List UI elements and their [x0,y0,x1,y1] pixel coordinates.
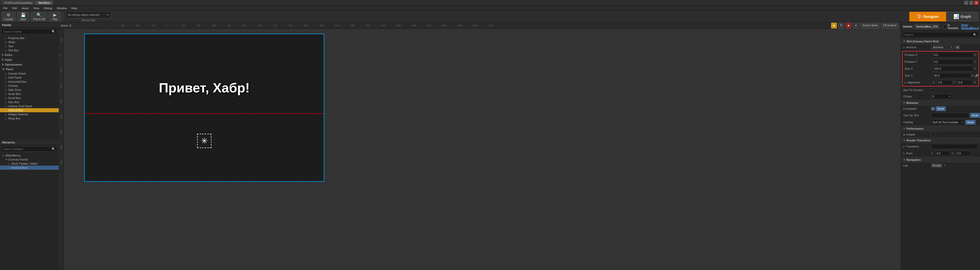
close-button[interactable]: ✕ [974,1,978,5]
size-to-content-checkbox[interactable] [931,88,935,92]
section-behavior[interactable]: ▼ Behavior [901,100,980,106]
fill-screen-dropdown[interactable]: Fill Screen▾ [881,22,899,29]
reset-icon[interactable]: ↺ [974,81,976,84]
palette-item-canvas-panel[interactable]: ▷ Canvas Panel [0,71,59,76]
compile-button[interactable]: ⚙ Compile [2,12,16,21]
size-x-input[interactable] [933,66,973,71]
minimize-button[interactable]: ─ [964,1,968,5]
menu-window[interactable]: Window [55,6,69,10]
position-x-input[interactable] [933,52,973,57]
menu-file[interactable]: File [1,6,10,10]
palette-item-widget-switcher[interactable]: ▷ Widget Switcher [0,112,59,116]
palette-item-scale-box[interactable]: ▷ Scale Box [0,92,59,96]
alignment-x-input[interactable] [937,80,952,85]
screen-size-dropdown[interactable]: Screen Size▾ [860,22,880,29]
tooltip-bind-button[interactable]: Bind▾ [970,113,980,118]
palette-item-horizontal-box[interactable]: ▷ Horizontal Box [0,79,59,84]
hier-item-vertical-box[interactable]: ▷ [Vertical Box] [0,166,59,170]
reset-icon[interactable]: ↺ [974,53,977,57]
menu-debug[interactable]: Debug [42,6,54,10]
tab-main-menu[interactable]: MainMenu [35,1,53,5]
pivot-x-input[interactable] [935,151,951,156]
graph-button[interactable]: 📊 Graph [946,12,978,21]
palette-search-icon[interactable]: 🔍 [52,30,56,33]
is-volatile-checkbox[interactable] [931,133,935,136]
canvas-tb-plus[interactable]: ✛ [853,22,859,29]
hierarchy-search-icon[interactable]: 🔍 [52,147,56,151]
palette-item-size-box[interactable]: ▷ Size Box [0,100,59,104]
details-header: Details VerticalBox_275 Is Variable Open… [901,22,980,31]
size-y-input[interactable] [933,73,970,78]
hier-item-text-privet[interactable]: ▷ [Text] 'Привет, Хабр!' [0,162,59,166]
palette-category-optimization[interactable]: ▷ Optimization [0,62,59,67]
section-render-transform[interactable]: ▼ Render Transform [901,138,980,143]
open-file-button[interactable]: Open VerticalBox.h [961,24,979,30]
expand-icon: ▷ [903,145,905,148]
is-variable-checkbox[interactable] [943,25,947,28]
details-search-box[interactable]: 🔍 [903,32,978,38]
tooltip-input[interactable] [931,113,969,118]
hier-item-mainmenu[interactable]: ▼ [MainMenu] [0,153,59,157]
reset-icon[interactable]: ↺ [972,74,974,77]
palette-item-text-box[interactable]: ▷ Text Box [0,48,59,52]
visibility-dropdown[interactable]: Self Hit Test Invisible ▼ [931,120,964,125]
section-navigation[interactable]: ▼ Navigation [901,157,980,162]
menu-view[interactable]: View [31,6,41,10]
palette-item-slider[interactable]: ▷ Slider [0,40,59,44]
widget-name-field[interactable]: VerticalBox_275 [915,24,939,29]
section-slot[interactable]: ▼ Slot (Canvas Panel Slot) [901,38,980,44]
palette-item-vertical-box[interactable]: ▷ Vertical Box [0,108,59,112]
palette-search-box[interactable]: 🔍 [2,29,57,35]
palette-category-panel[interactable]: ▼ Panel [0,67,59,71]
save-button[interactable]: 💾 Save [17,12,29,21]
hier-item-canvas-panel[interactable]: ▼ [Canvas Panel] [0,157,59,162]
palette-item-uniform-grid[interactable]: ▷ Uniform Grid Panel [0,104,59,108]
menu-asset[interactable]: Asset [20,6,31,10]
reset-icon[interactable]: ↺ [974,67,977,70]
maximize-button[interactable]: □ [969,1,974,5]
find-in-cb-button[interactable]: 🔍 Find in CB [31,12,48,21]
section-performance[interactable]: ▼ Performance [901,126,980,132]
details-search-input[interactable] [904,33,973,36]
debug-object-dropdown[interactable]: No debug object selected ▼ [65,11,111,18]
is-enabled-bind-button[interactable]: Bind▾ [936,106,946,111]
alignment-y-input[interactable] [957,80,973,85]
zorder-dropdown[interactable]: 0 ▼ [931,94,951,99]
tab-first-person-map[interactable]: FirstPersonExampleMap [2,1,35,5]
palette-item-wrap-box[interactable]: ▷ Wrap Box [0,116,59,121]
anchors-dropdown[interactable]: Anchors ▼ [931,45,954,49]
palette-item-safe-zone[interactable]: ▷ Safe Zone [0,88,59,92]
canvas-tb-red[interactable]: ■ [845,22,851,29]
anchors-icon-btn[interactable]: ⊞ [955,45,960,49]
palette-item-grid-panel[interactable]: ▷ Grid Panel [0,76,59,79]
canvas-tb-orange1[interactable]: ■ [831,22,837,29]
palette-item-scroll-box[interactable]: ▷ Scroll Box [0,96,59,100]
dropdown-arrow-icon: ▼ [106,13,109,16]
palette-item-text[interactable]: ▷ Text [0,44,59,48]
pivot-y-input[interactable] [956,151,971,156]
play-button[interactable]: ▶ Play [49,12,61,21]
hierarchy-search-input[interactable] [3,148,52,151]
menu-help[interactable]: Help [69,6,79,10]
palette-category-input[interactable]: ▷ Input [0,57,59,62]
canvas-tb-r[interactable]: R [838,22,845,29]
widget-indicator[interactable]: ✳ [197,134,212,148]
designer-button[interactable]: 🎨 Designer [909,12,946,21]
menu-edit[interactable]: Edit [10,6,19,10]
visibility-bind-button[interactable]: Bind▾ [966,120,975,124]
canvas-viewport[interactable]: Привет, Хабр! ✳ [84,34,324,182]
palette-category-extra[interactable]: ▷ Extra [0,52,59,57]
prop-zorder: ZOrder 0 ▼ [901,93,980,100]
navigation-escape-badge[interactable]: Escape [931,164,942,167]
prop-size-x: Size X ↺ [903,65,978,72]
link-icon[interactable]: 🔗 [975,74,978,77]
reset-icon[interactable]: ↺ [974,60,977,64]
position-y-input[interactable] [933,59,973,64]
canvas-content[interactable]: -100 0 100 200 300 400 500 600 700 Приве… [59,29,901,270]
palette-item-progress-bar[interactable]: ▷ Progress Bar [0,36,59,40]
hierarchy-search-box[interactable]: 🔍 [2,146,57,152]
is-enabled-checkbox[interactable] [931,107,935,111]
palette-search-input[interactable] [3,30,52,33]
palette-item-overlay[interactable]: ▷ Overlay [0,84,59,88]
transform-input[interactable] [931,144,978,149]
